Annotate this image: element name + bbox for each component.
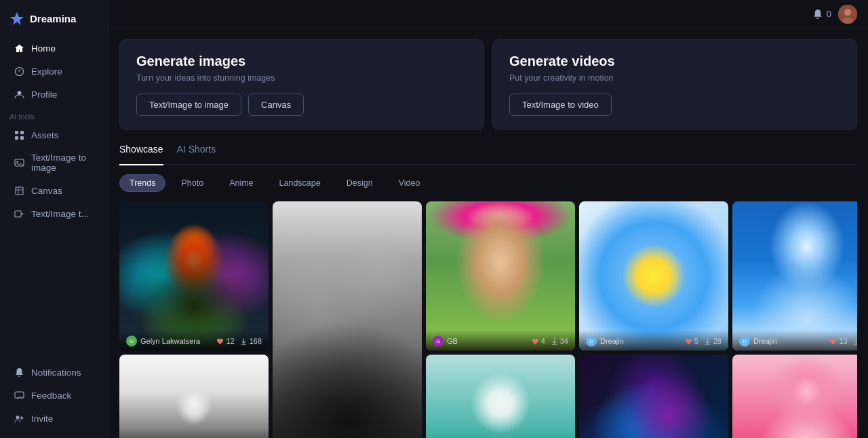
author-anime-blue: D Dreajin (739, 336, 777, 346)
sidebar-item-notifications[interactable]: Notifications (4, 361, 104, 383)
text-image-to-image-button[interactable]: Text/Image to image (136, 94, 241, 116)
notification-bell-icon (812, 9, 823, 20)
gallery-item-horse[interactable] (579, 355, 728, 438)
sidebar-item-canvas[interactable]: Canvas (4, 180, 104, 201)
image-footer-portrait: G GB 4 34 (426, 330, 575, 351)
notification-count: 0 (827, 9, 831, 19)
sidebar-item-home[interactable]: Home (4, 37, 104, 59)
sidebar-item-text-image[interactable]: Text/Image to image (4, 147, 104, 178)
gallery-item-flower[interactable]: D Dreajin 5 28 (579, 201, 728, 351)
filter-photo[interactable]: Photo (171, 174, 214, 192)
logo-icon (9, 11, 24, 26)
home-icon (14, 43, 24, 54)
svg-point-9 (16, 161, 18, 162)
filter-pills: Trends Photo Anime Landscape Design Vide… (119, 174, 857, 192)
sidebar-item-invite[interactable]: Invite (4, 407, 104, 429)
video-icon (14, 208, 24, 219)
gallery-item-umbrella[interactable]: J Jan ✦ ··· 16 157 (273, 201, 422, 438)
main-content: 0 Generate images Turn your ideas into s… (108, 0, 868, 438)
likes-flower: 5 (685, 337, 698, 345)
canvas-icon (14, 185, 24, 196)
gallery-item-anime-blue[interactable]: D Dreajin 13 147 (732, 201, 857, 351)
gallery-grid: G Gelyn Lakwatsera 12 168 (119, 201, 857, 438)
avatar-flower: D (586, 336, 597, 346)
svg-rect-10 (16, 187, 23, 195)
images-card-subtitle: Turn your ideas into stunning images (136, 73, 467, 83)
generate-videos-card: Generate videos Put your creativity in m… (492, 39, 857, 130)
ai-tools-label: AI tools (0, 106, 108, 123)
main-tabs: Showcase AI Shorts (119, 144, 857, 165)
image-footer-eagle: G Gelyn Lakwatsera 12 168 (119, 330, 269, 351)
gallery-item-bunny[interactable] (426, 355, 575, 438)
author-flower: D Dreajin (586, 336, 624, 346)
avatar-anime-blue: D (739, 336, 750, 346)
videos-card-title: Generate videos (509, 54, 840, 69)
sidebar-item-explore[interactable]: Explore (4, 60, 104, 82)
tab-showcase[interactable]: Showcase (119, 144, 163, 165)
user-avatar[interactable] (838, 5, 857, 24)
svg-rect-5 (20, 131, 24, 134)
svg-marker-14 (22, 213, 24, 215)
stats-flower: 5 28 (685, 337, 722, 345)
logo[interactable]: Dreamina (0, 8, 108, 37)
svg-point-1 (15, 67, 23, 75)
downloads-eagle: 168 (240, 337, 262, 345)
sidebar-label-assets: Assets (31, 130, 59, 140)
downloads-portrait: 34 (551, 337, 568, 345)
sidebar-item-profile[interactable]: Profile (4, 83, 104, 105)
svg-rect-7 (20, 136, 24, 140)
image-footer-anime-blue: D Dreajin 13 147 (732, 330, 857, 351)
author-portrait: G GB (433, 336, 458, 346)
notification-area[interactable]: 0 (812, 9, 831, 20)
svg-point-16 (16, 416, 19, 419)
likes-eagle: 12 (216, 337, 234, 345)
filter-video[interactable]: Video (389, 174, 431, 192)
svg-marker-2 (18, 69, 20, 72)
svg-point-20 (844, 9, 851, 16)
sidebar-label-invite: Invite (31, 414, 53, 424)
sidebar: Dreamina Home Explore Profile AI tools A… (0, 0, 108, 438)
sidebar-label-notifications: Notifications (31, 367, 81, 378)
text-image-to-video-button[interactable]: Text/Image to video (509, 94, 612, 116)
canvas-button[interactable]: Canvas (248, 94, 304, 116)
tab-ai-shorts[interactable]: AI Shorts (177, 144, 216, 157)
author-name-anime-blue: Dreajin (753, 337, 777, 345)
author-name-portrait: GB (447, 337, 458, 345)
filter-anime[interactable]: Anime (219, 174, 263, 192)
sidebar-label-text-image: Text/Image to image (31, 153, 94, 173)
likes-anime-blue: 13 (829, 337, 847, 345)
bell-icon (14, 367, 24, 378)
videos-card-subtitle: Put your creativity in motion (509, 73, 840, 83)
generate-images-card: Generate images Turn your ideas into stu… (119, 39, 484, 130)
author-eagle: G Gelyn Lakwatsera (126, 336, 200, 346)
filter-design[interactable]: Design (336, 174, 383, 192)
videos-card-buttons: Text/Image to video (509, 94, 840, 116)
compass-icon (14, 66, 24, 77)
gallery-item-anime-pink[interactable] (732, 355, 857, 438)
feedback-icon (14, 390, 24, 401)
filter-trends[interactable]: Trends (119, 174, 165, 192)
app-name: Dreamina (30, 13, 76, 24)
images-card-buttons: Text/Image to image Canvas (136, 94, 467, 116)
sidebar-label-feedback: Feedback (31, 391, 71, 401)
sidebar-item-assets[interactable]: Assets (4, 124, 104, 146)
author-name-flower: Dreajin (600, 337, 624, 345)
sidebar-item-text-video[interactable]: Text/Image t... (4, 203, 104, 224)
image-icon (14, 157, 24, 168)
image-footer-flower: D Dreajin 5 28 (579, 330, 728, 351)
sidebar-label-text-video: Text/Image t... (31, 209, 89, 219)
gallery-item-lotion[interactable] (119, 355, 269, 438)
stats-eagle: 12 168 (216, 337, 262, 345)
gallery-item-eagle[interactable]: G Gelyn Lakwatsera 12 168 (119, 201, 269, 351)
downloads-flower: 28 (704, 337, 722, 345)
images-card-title: Generate images (136, 54, 467, 69)
topbar: 0 (108, 0, 868, 28)
sidebar-item-feedback[interactable]: Feedback (4, 384, 104, 406)
sidebar-label-canvas: Canvas (31, 186, 62, 196)
sidebar-label-home: Home (31, 43, 56, 54)
downloads-anime-blue: 147 (853, 337, 857, 345)
gallery-item-portrait[interactable]: G GB 4 34 (426, 201, 575, 351)
invite-icon (14, 413, 24, 424)
filter-landscape[interactable]: Landscape (269, 174, 331, 192)
svg-rect-13 (15, 211, 21, 217)
